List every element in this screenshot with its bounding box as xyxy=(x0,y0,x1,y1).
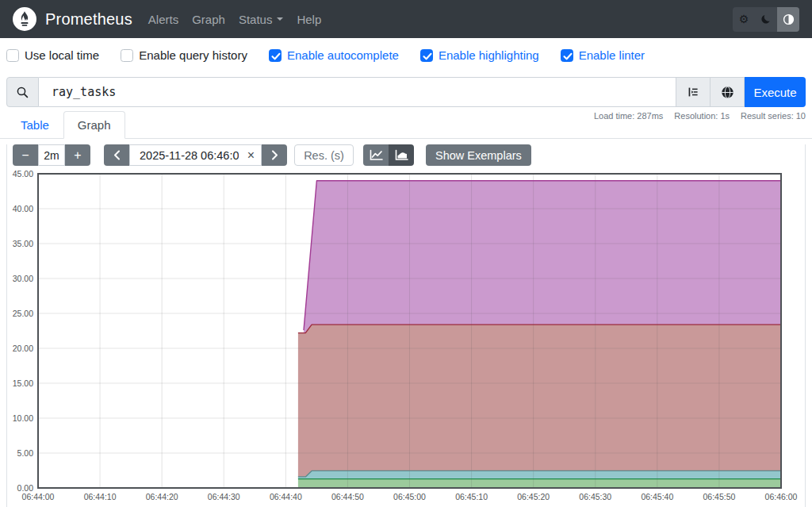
check-icon xyxy=(561,50,574,63)
graph-panel: − + × xyxy=(6,144,806,507)
x-tick-label: 06:44:40 xyxy=(270,492,302,501)
previous-time-button[interactable] xyxy=(104,144,129,166)
load-time-stat: Load time: 287ms xyxy=(594,111,663,121)
y-tick-label: 25.00 xyxy=(13,309,33,318)
rose-band-area[interactable] xyxy=(298,325,781,477)
stacked-chart-icon xyxy=(394,149,409,161)
checkbox-box[interactable] xyxy=(561,49,573,62)
teal-band-area[interactable] xyxy=(298,471,781,478)
nav-item-graph[interactable]: Graph xyxy=(192,13,225,26)
range-input[interactable] xyxy=(38,144,65,166)
x-tick-label: 06:44:00 xyxy=(22,492,55,501)
nav-item-alerts[interactable]: Alerts xyxy=(148,13,178,26)
checkbox-enable-autocomplete[interactable]: Enable autocomplete xyxy=(269,48,399,62)
checkbox-box[interactable] xyxy=(121,49,133,62)
y-tick-label: 10.00 xyxy=(13,413,33,423)
checkbox-enable-query-history[interactable]: Enable query history xyxy=(121,48,247,62)
resolution-input[interactable] xyxy=(294,144,354,166)
nav-item-status[interactable]: Status xyxy=(239,13,284,26)
x-tick-label: 06:44:20 xyxy=(146,492,178,501)
brand-link[interactable]: Prometheus xyxy=(13,7,132,31)
check-icon xyxy=(421,50,434,63)
resolution-stat: Resolution: 1s xyxy=(674,111,730,121)
nav-item-help[interactable]: Help xyxy=(297,13,321,26)
metrics-explorer-button[interactable] xyxy=(710,77,745,107)
query-expression-input[interactable] xyxy=(39,77,676,107)
query-stats: Load time: 287ms Resolution: 1s Result s… xyxy=(594,111,806,121)
y-tick-label: 20.00 xyxy=(13,344,33,353)
prometheus-logo-icon xyxy=(13,7,36,31)
y-tick-label: 30.00 xyxy=(13,274,33,283)
format-indent-icon xyxy=(687,86,699,98)
tabs-section: Load time: 287ms Resolution: 1s Result s… xyxy=(0,111,812,139)
format-expression-button[interactable] xyxy=(676,77,710,107)
caret-down-icon xyxy=(277,17,283,24)
x-tick-label: 06:45:50 xyxy=(703,492,735,501)
half-circle-contrast-icon xyxy=(783,13,795,25)
checkbox-box[interactable] xyxy=(420,49,433,62)
y-tick-label: 40.00 xyxy=(13,204,33,213)
contrast-mode-button[interactable] xyxy=(777,7,799,32)
line-chart-icon xyxy=(369,149,384,161)
end-time-wrap: × xyxy=(129,144,262,166)
settings-button[interactable]: ⚙ xyxy=(733,7,755,32)
checkbox-enable-highlighting[interactable]: Enable highlighting xyxy=(420,48,539,62)
x-tick-label: 06:45:00 xyxy=(393,492,426,501)
chevron-right-icon xyxy=(271,150,278,160)
chevron-left-icon xyxy=(113,150,121,160)
y-tick-label: 15.00 xyxy=(13,378,33,388)
brand-title: Prometheus xyxy=(45,10,132,29)
green-band-area[interactable] xyxy=(298,479,781,488)
tab-graph[interactable]: Graph xyxy=(63,111,125,139)
y-tick-label: 35.00 xyxy=(13,239,33,248)
next-time-button[interactable] xyxy=(262,144,287,166)
tab-table[interactable]: Table xyxy=(6,111,63,139)
main-nav: Alerts Graph Status Help xyxy=(148,13,321,26)
check-icon xyxy=(270,50,282,63)
stacked-chart-mode-button[interactable] xyxy=(389,144,414,166)
x-tick-label: 06:45:10 xyxy=(455,492,488,501)
execute-button[interactable]: Execute xyxy=(745,77,806,107)
x-tick-label: 06:45:40 xyxy=(641,492,673,501)
y-tick-label: 45.00 xyxy=(13,169,33,179)
query-bar: Execute xyxy=(6,77,806,107)
x-tick-label: 06:45:30 xyxy=(579,492,611,501)
moon-icon xyxy=(760,13,772,25)
show-exemplars-button[interactable]: Show Exemplars xyxy=(426,144,531,166)
dark-mode-button[interactable] xyxy=(755,7,777,32)
range-control-group: − + xyxy=(13,144,90,166)
chart-region: 0.005.0010.0015.0020.0025.0030.0035.0040… xyxy=(7,168,805,507)
x-tick-label: 06:44:50 xyxy=(331,492,364,501)
globe-icon xyxy=(721,86,734,99)
end-time-input[interactable] xyxy=(129,144,262,166)
x-tick-label: 06:45:20 xyxy=(517,492,550,501)
top-navbar: Prometheus Alerts Graph Status Help ⚙ xyxy=(0,0,812,38)
search-icon xyxy=(16,86,29,99)
gear-icon: ⚙ xyxy=(739,13,749,25)
checkbox-box[interactable] xyxy=(269,49,282,62)
result-series-stat: Result series: 10 xyxy=(741,111,806,121)
increase-range-button[interactable]: + xyxy=(65,144,90,166)
checkbox-box[interactable] xyxy=(6,49,19,62)
x-tick-label: 06:44:30 xyxy=(208,492,240,501)
x-tick-label: 06:44:10 xyxy=(84,492,117,501)
line-chart-mode-button[interactable] xyxy=(363,144,389,166)
time-control-group: × xyxy=(104,144,287,166)
purple-band-area[interactable] xyxy=(304,181,781,333)
graph-controls: − + × xyxy=(7,144,805,166)
decrease-range-button[interactable]: − xyxy=(13,144,38,166)
query-options-row: Use local time Enable query history Enab… xyxy=(0,38,812,71)
x-tick-label: 06:46:00 xyxy=(765,492,798,501)
chart-mode-toggle xyxy=(363,144,414,166)
checkbox-enable-linter[interactable]: Enable linter xyxy=(561,48,645,62)
checkbox-use-local-time[interactable]: Use local time xyxy=(6,48,99,62)
y-tick-label: 0.00 xyxy=(17,483,34,493)
y-tick-label: 5.00 xyxy=(17,448,34,458)
search-addon xyxy=(6,77,39,107)
clear-time-icon[interactable]: × xyxy=(247,148,255,161)
graph-canvas[interactable]: 0.005.0010.0015.0020.0025.0030.0035.0040… xyxy=(7,168,803,505)
theme-toggle-group: ⚙ xyxy=(733,7,799,32)
